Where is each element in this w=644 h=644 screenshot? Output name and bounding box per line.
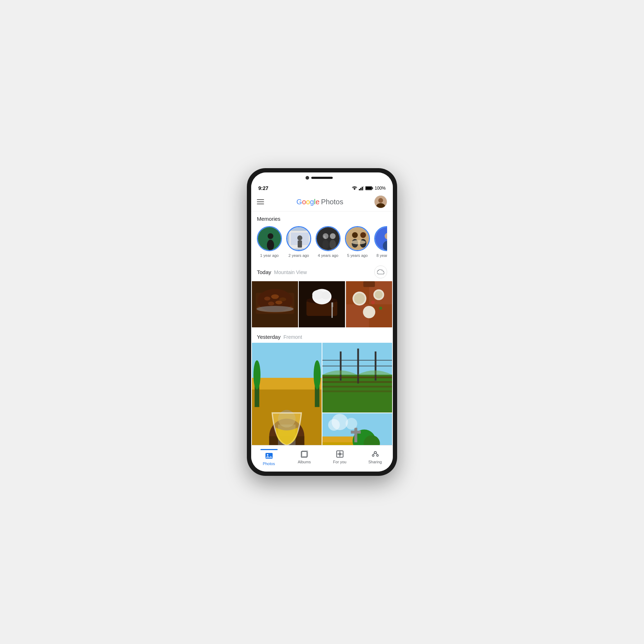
nav-sharing[interactable]: Sharing bbox=[357, 448, 393, 467]
for-you-nav-icon bbox=[336, 450, 344, 458]
svg-rect-7 bbox=[372, 187, 373, 189]
svg-point-81 bbox=[314, 360, 321, 390]
menu-button[interactable] bbox=[257, 197, 265, 206]
svg-rect-4 bbox=[363, 186, 364, 190]
svg-point-108 bbox=[267, 454, 268, 455]
svg-rect-27 bbox=[346, 227, 370, 251]
memory-img-3 bbox=[317, 227, 341, 251]
today-section-header: Today Mountain View bbox=[251, 262, 393, 281]
memory-label-5: 8 years ago bbox=[376, 253, 387, 258]
svg-point-79 bbox=[253, 360, 260, 390]
today-day-label: Today bbox=[257, 269, 271, 275]
svg-point-51 bbox=[321, 292, 331, 299]
svg-rect-6 bbox=[366, 187, 372, 190]
svg-point-62 bbox=[354, 293, 365, 304]
status-icons: 100% bbox=[352, 186, 386, 191]
yesterday-title-group: Yesterday Fremont bbox=[257, 334, 302, 340]
phone-screen: 9:27 bbox=[251, 172, 393, 472]
svg-rect-102 bbox=[354, 428, 357, 443]
svg-point-9 bbox=[378, 198, 383, 203]
mountain-photo-icon bbox=[265, 452, 273, 460]
photo-yesterday-img-1 bbox=[252, 343, 322, 445]
svg-point-18 bbox=[297, 235, 302, 240]
yesterday-day-label: Yesterday bbox=[257, 334, 280, 340]
photo-today-2[interactable] bbox=[299, 281, 345, 327]
battery-icon bbox=[365, 186, 373, 190]
app-header: Google Photos bbox=[251, 192, 393, 211]
memory-img-5 bbox=[375, 227, 387, 251]
photo-today-3[interactable] bbox=[346, 281, 392, 327]
menu-line-2 bbox=[257, 201, 264, 202]
today-section: Today Mountain View bbox=[251, 262, 393, 330]
svg-rect-20 bbox=[317, 227, 341, 251]
svg-point-105 bbox=[332, 414, 348, 430]
phone-device: 9:27 bbox=[247, 168, 397, 476]
memory-item-5[interactable]: 8 years ago bbox=[374, 226, 387, 258]
svg-rect-90 bbox=[322, 381, 392, 383]
sharing-nav-icon bbox=[371, 450, 380, 458]
svg-point-44 bbox=[275, 301, 282, 304]
menu-line-1 bbox=[257, 199, 264, 200]
svg-rect-103 bbox=[351, 431, 361, 434]
for-you-icon bbox=[336, 450, 344, 458]
photo-yesterday-2[interactable] bbox=[322, 343, 392, 413]
logo-google-text: Google bbox=[297, 198, 320, 206]
svg-point-23 bbox=[330, 233, 336, 239]
memories-title: Memories bbox=[257, 216, 387, 222]
battery-percent: 100% bbox=[375, 186, 386, 191]
svg-point-45 bbox=[257, 306, 293, 312]
yesterday-location-label: Fremont bbox=[283, 334, 302, 340]
wifi-icon bbox=[352, 186, 357, 190]
yesterday-section-header: Yesterday Fremont bbox=[251, 330, 393, 343]
svg-rect-53 bbox=[332, 302, 332, 307]
cloud-icon bbox=[377, 269, 384, 274]
phone-camera bbox=[306, 176, 309, 180]
nav-for-you[interactable]: For you bbox=[322, 448, 357, 467]
svg-point-115 bbox=[374, 452, 376, 454]
memory-circle-2 bbox=[286, 226, 311, 251]
memory-img-1 bbox=[258, 227, 282, 251]
memory-img-4 bbox=[346, 227, 370, 251]
photo-yesterday-3[interactable] bbox=[322, 413, 392, 445]
svg-point-41 bbox=[271, 294, 279, 299]
today-location-label: Mountain View bbox=[274, 269, 307, 275]
yesterday-section: Yesterday Fremont bbox=[251, 330, 393, 445]
photo-yesterday-1[interactable] bbox=[252, 343, 322, 445]
photo-yesterday-img-2 bbox=[322, 343, 392, 413]
memory-circle-5 bbox=[374, 226, 387, 251]
user-avatar[interactable] bbox=[374, 195, 387, 208]
memory-item-3[interactable]: 4 years ago bbox=[316, 226, 341, 258]
status-bar: 9:27 bbox=[251, 182, 393, 192]
photos-active-indicator bbox=[260, 449, 278, 450]
menu-line-3 bbox=[257, 204, 264, 204]
memory-label-3: 4 years ago bbox=[318, 253, 338, 258]
svg-point-106 bbox=[346, 418, 357, 430]
svg-point-64 bbox=[375, 291, 382, 299]
svg-rect-2 bbox=[360, 188, 361, 190]
memory-item-4[interactable]: 5 years ago bbox=[345, 226, 370, 258]
svg-rect-3 bbox=[362, 187, 363, 190]
svg-point-30 bbox=[360, 232, 366, 238]
svg-rect-91 bbox=[322, 386, 392, 388]
nav-albums[interactable]: Albums bbox=[287, 448, 322, 467]
memory-item-2[interactable]: 2 years ago bbox=[286, 226, 311, 258]
svg-point-22 bbox=[322, 240, 329, 249]
svg-point-24 bbox=[330, 240, 336, 249]
nav-sharing-label: Sharing bbox=[369, 460, 382, 464]
svg-rect-66 bbox=[363, 281, 375, 287]
memory-item-1[interactable]: 1 year ago bbox=[257, 226, 282, 258]
bottom-nav: Photos Albums bbox=[251, 445, 393, 472]
photo-yesterday-img-3 bbox=[322, 413, 392, 445]
svg-point-116 bbox=[372, 455, 374, 457]
svg-point-32 bbox=[351, 240, 366, 244]
status-time: 9:27 bbox=[258, 185, 268, 191]
memories-section: Memories 1 year ago bbox=[251, 211, 393, 262]
nav-photos[interactable]: Photos bbox=[251, 448, 287, 467]
app-content: Memories 1 year ago bbox=[251, 211, 393, 445]
photo-today-1[interactable] bbox=[252, 281, 298, 327]
today-photo-grid bbox=[251, 281, 393, 327]
photo-today-img-3 bbox=[346, 281, 392, 327]
svg-rect-92 bbox=[322, 391, 392, 392]
avatar-image bbox=[375, 195, 387, 208]
cloud-backup-button[interactable] bbox=[374, 265, 387, 278]
